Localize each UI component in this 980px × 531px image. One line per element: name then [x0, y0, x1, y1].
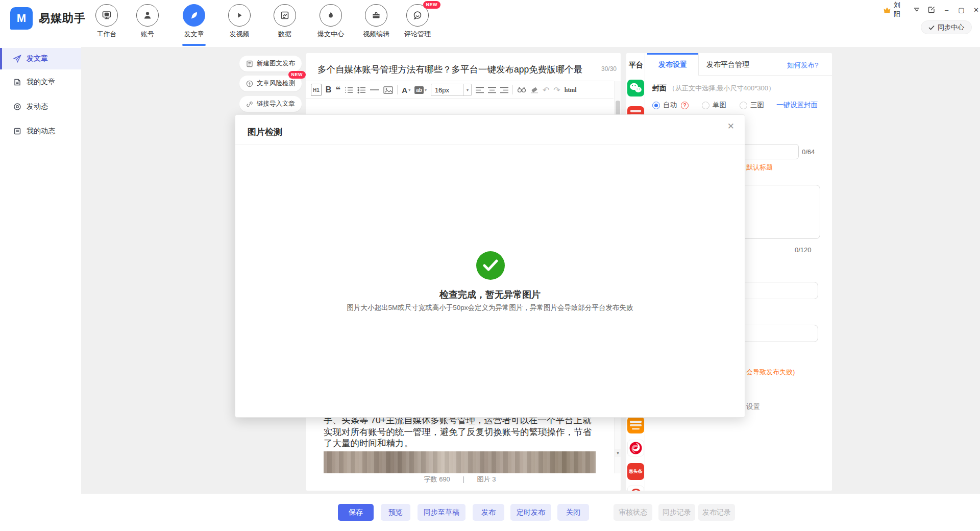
tab-platform-manage[interactable]: 发布平台管理 — [706, 60, 749, 69]
nav-item-publish-video[interactable]: 发视频 — [219, 4, 259, 39]
collapse-icon[interactable] — [913, 7, 921, 13]
nav-label: 视频编辑 — [356, 30, 396, 39]
article-inline-image[interactable] — [324, 451, 596, 473]
font-color-button[interactable]: A▾ — [402, 84, 410, 96]
save-button[interactable]: 保存 — [338, 504, 374, 521]
risk-check-button[interactable]: 文章风险检测 NEW — [239, 76, 302, 91]
close-icon[interactable]: ✕ — [725, 119, 737, 134]
word-count: 字数 690 — [424, 475, 450, 483]
publish-button[interactable]: 发布 — [473, 504, 504, 521]
close-button[interactable]: 关闭 — [557, 504, 589, 521]
image-check-modal: 图片检测 ✕ 检查完成，暂无异常图片 图片大小超出5M或尺寸宽或高小于50px会… — [235, 114, 745, 418]
orange-platform-icon[interactable] — [627, 417, 644, 433]
sync-center-label: 同步中心 — [938, 23, 964, 32]
article-title-input[interactable]: 多个自媒体账号管理方法有哪些？多平台一键发布app免费版哪个最 — [317, 63, 593, 76]
nav-item-hot-center[interactable]: 爆文中心 — [311, 4, 351, 39]
nav-label: 数据 — [265, 30, 305, 39]
align-left-button[interactable] — [476, 84, 484, 96]
user-name[interactable]: 刘阳 — [894, 1, 906, 19]
font-size-select[interactable]: 16px ▾ — [431, 84, 472, 96]
horizontal-rule-button[interactable] — [370, 84, 379, 96]
ifeng-icon[interactable] — [627, 440, 644, 456]
radio-auto[interactable] — [652, 102, 660, 109]
unordered-list-button[interactable] — [357, 84, 366, 96]
sidebar-item-publish-moment[interactable]: 发动态 — [0, 96, 81, 117]
nav-item-account[interactable]: 账号 — [128, 4, 167, 39]
default-title-link[interactable]: 默认标题 — [746, 163, 773, 172]
partial-platform-icon[interactable] — [627, 486, 644, 491]
wechat-icon[interactable] — [627, 80, 644, 96]
sync-draft-button[interactable]: 同步至草稿 — [418, 504, 465, 521]
blockquote-button[interactable]: ❝ — [335, 84, 340, 96]
active-nav-underline — [182, 44, 206, 46]
account-icon — [136, 4, 159, 27]
find-replace-button[interactable] — [517, 84, 526, 96]
nav-item-video-edit[interactable]: 视频编辑 — [356, 4, 396, 39]
nav-item-comment-manage[interactable]: 评论管理 NEW — [398, 4, 437, 39]
workbench-icon — [95, 4, 118, 27]
flame-icon — [320, 4, 342, 27]
sidebar-item-my-moments[interactable]: 我的动态 — [0, 120, 81, 142]
sidebar-item-label: 我的文章 — [27, 78, 55, 87]
window-minimize-button[interactable]: – — [943, 6, 950, 14]
scrollbar-down-arrow[interactable]: ▾ — [615, 449, 621, 457]
window-maximize-button[interactable]: ▢ — [958, 6, 965, 14]
radio-three-images[interactable] — [740, 102, 747, 109]
tab-publish-settings[interactable]: 发布设置 — [658, 60, 687, 69]
app-logo-icon: M — [10, 7, 33, 30]
align-right-button[interactable] — [500, 84, 508, 96]
link-import-button[interactable]: 链接导入文章 — [239, 96, 302, 112]
undo-button[interactable]: ↶ — [543, 84, 549, 96]
how-to-publish-link[interactable]: 如何发布? — [787, 61, 819, 70]
new-post-button[interactable]: 新建图文发布 — [239, 56, 302, 71]
sidebar-item-my-articles[interactable]: 我的文章 — [0, 71, 81, 93]
nav-item-data[interactable]: 数据 — [265, 4, 305, 39]
redo-button[interactable]: ↷ — [553, 84, 560, 96]
align-center-button[interactable] — [488, 84, 496, 96]
top-bar: M 易媒助手 工作台 账号 发文章 发视频 — [0, 0, 980, 47]
modal-title: 图片检测 — [248, 126, 282, 138]
feedback-edit-icon[interactable] — [928, 6, 936, 13]
insert-image-button[interactable] — [383, 84, 393, 96]
settings-text[interactable]: 设置 — [746, 402, 760, 412]
nav-item-workbench[interactable]: 工作台 — [87, 4, 127, 39]
brand: M 易媒助手 — [10, 7, 86, 30]
nav-label: 评论管理 — [398, 30, 437, 39]
new-badge: NEW — [423, 1, 441, 9]
publish-warning-text: 会导致发布失败) — [746, 368, 795, 377]
preview-button[interactable]: 预览 — [381, 504, 410, 521]
document-status: 字数 690｜图片 3 — [306, 475, 614, 484]
link-import-icon — [246, 101, 253, 108]
bg-color-button[interactable]: ab▾ — [414, 84, 427, 96]
clear-format-button[interactable] — [530, 84, 538, 96]
nav-label: 发文章 — [174, 30, 214, 39]
review-status-button[interactable]: 审核状态 — [614, 504, 652, 521]
set-cover-link[interactable]: 一键设置封面 — [776, 101, 818, 110]
window-close-button[interactable]: ✕ — [972, 6, 980, 14]
bold-button[interactable]: B — [326, 84, 332, 96]
cover-section-label: 封面 （从正文中选择,最小尺寸400*300） — [652, 84, 775, 93]
sidebar-item-label: 发文章 — [27, 54, 48, 63]
publish-record-button[interactable]: 发布记录 — [698, 504, 735, 521]
schedule-button[interactable]: 定时发布 — [510, 504, 551, 521]
risk-check-icon — [246, 80, 253, 87]
tab-divider — [698, 53, 699, 76]
app-window: M 易媒助手 工作台 账号 发文章 发视频 — [0, 0, 980, 531]
nav-item-publish-article[interactable]: 发文章 — [174, 4, 214, 39]
article-body-text[interactable]: 手、头条等 70+主流自媒体多账号管理，运营者可以在一个平台上就实现对所有账号的… — [324, 415, 598, 449]
help-question-icon[interactable]: ? — [681, 102, 689, 109]
new-post-icon — [246, 60, 253, 67]
bottom-action-bar: 保存 预览 同步至草稿 发布 定时发布 关闭 审核状态 同步记录 发布记录 — [81, 494, 980, 531]
html-source-button[interactable]: html — [565, 84, 577, 96]
heading-button[interactable]: H1 — [311, 84, 322, 96]
radio-single-image[interactable] — [702, 102, 709, 109]
feed-icon — [13, 127, 21, 135]
ordered-list-button[interactable] — [345, 84, 353, 96]
image-count: 图片 3 — [477, 475, 496, 483]
toolbar-divider — [397, 85, 398, 94]
huitoutiao-icon[interactable]: 惠头条 — [627, 463, 644, 480]
sync-center-button[interactable]: 同步中心 — [921, 20, 972, 34]
data-icon — [274, 4, 296, 27]
sidebar-item-publish-article[interactable]: 发文章 — [0, 48, 81, 69]
sync-record-button[interactable]: 同步记录 — [658, 504, 695, 521]
